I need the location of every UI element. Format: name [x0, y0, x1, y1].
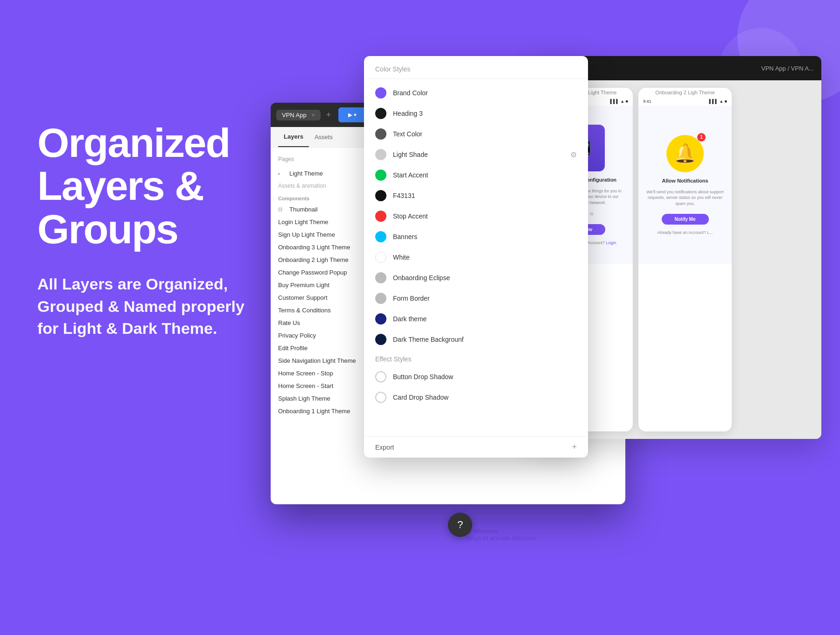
color-item-lightshade[interactable]: Light Shade ⚙: [364, 144, 588, 165]
layer-label: Thumbnail: [289, 206, 318, 213]
layer-label: Buy Premium Light: [278, 282, 329, 289]
layer-label: Onboarding 3 Light Theme: [278, 244, 350, 251]
stop-accent-label: Stop Accent: [393, 212, 577, 220]
help-icon: ?: [457, 519, 463, 531]
card-shadow-label: Card Drop Shadow: [393, 394, 577, 401]
form-border-label: Form Border: [393, 295, 577, 302]
export-section: Export +: [364, 436, 588, 458]
phone-card-2: Onboarding 2 Ligh Theme 9:41 ▌▌▌ ▲ ■ 🔔 1…: [638, 88, 732, 431]
arrow-dropdown: ▾: [354, 112, 357, 118]
layer-label: Assets & animation: [278, 183, 326, 189]
color-item-onboarding-eclipse[interactable]: Onbaording Eclipse: [364, 268, 588, 288]
brand-color-label: Brand Color: [393, 89, 577, 97]
tab-close-icon[interactable]: ✕: [311, 113, 315, 118]
dark-theme-dot: [375, 313, 386, 325]
onboarding-eclipse-dot: [375, 272, 386, 283]
time-display-2: 9:41: [643, 99, 651, 104]
tab-label: VPN App: [282, 112, 307, 119]
layer-label: Customer Support: [278, 294, 328, 301]
text-color-label: Text Color: [393, 130, 577, 138]
layer-label: Home Screen - Start: [278, 382, 334, 389]
tab-layers[interactable]: Layers: [278, 127, 309, 147]
layer-label: Light Theme: [289, 170, 323, 177]
f43131-dot: [375, 190, 386, 201]
layer-label: Splash Ligh Theme: [278, 395, 330, 402]
dark-bg-label: Dark Theme Backgrounf: [393, 336, 577, 343]
export-label: Export: [375, 444, 394, 451]
layer-label: Home Screen - Stop: [278, 370, 333, 377]
figma-tab-active[interactable]: VPN App ✕: [276, 110, 321, 120]
signal-icon-2: ▌▌▌ ▲ ■: [709, 99, 727, 104]
card2-button[interactable]: Notify Me: [662, 214, 709, 225]
card2-title: Allow Notifications: [662, 178, 708, 183]
color-item-white[interactable]: White: [364, 247, 588, 268]
banners-dot: [375, 231, 386, 242]
color-item-f43131[interactable]: F43131: [364, 185, 588, 206]
status-bar-2: 9:41 ▌▌▌ ▲ ■: [638, 97, 732, 106]
button-shadow-label: Button Drop Shadow: [393, 373, 577, 381]
watermark-line2: ttings to activate Windows: [467, 535, 537, 542]
ui-area: VPN App ✕ + ▶ ▾ ⊞ ▾ □ ▾ ⌧ ▾: [271, 56, 821, 570]
export-add-icon[interactable]: +: [572, 442, 577, 452]
banners-label: Banners: [393, 233, 577, 240]
layer-label: Login Light Theme: [278, 219, 328, 226]
arrow-tool[interactable]: ▶ ▾: [338, 107, 366, 122]
layer-label: Privacy Policy: [278, 332, 316, 339]
color-styles-title: Color Styles: [375, 65, 410, 73]
layer-label: Change Password Popup: [278, 269, 347, 276]
color-item-dark-bg[interactable]: Dark Theme Backgrounf: [364, 329, 588, 350]
layer-label: Side Navigation Light Theme: [278, 357, 356, 364]
effect-section-title: Effect Styles: [364, 350, 588, 367]
layer-label: Sign Up Light Theme: [278, 231, 335, 238]
watermark-line1: te Windows: [467, 528, 537, 535]
effect-item-button-shadow[interactable]: Button Drop Shadow: [364, 367, 588, 387]
color-panel-header: Color Styles: [364, 56, 588, 79]
bell-wrapper: 🔔 1: [666, 135, 704, 172]
button-shadow-icon: [375, 371, 386, 382]
heading-color-label: Heading 3: [393, 110, 577, 117]
stop-accent-dot: [375, 211, 386, 222]
color-list: Brand Color Heading 3 Text Color Light S…: [364, 79, 588, 443]
filter-icon[interactable]: ⚙: [570, 150, 577, 159]
signal-icon: ▌▌▌ ▲ ■: [610, 99, 628, 104]
color-item-banners[interactable]: Banners: [364, 226, 588, 247]
color-item-stop-accent[interactable]: Stop Accent: [364, 206, 588, 226]
layer-label: Terms & Conditions: [278, 307, 331, 314]
lightshade-color-label: Light Shade: [393, 151, 564, 158]
breadcrumb: VPN App / VPN A...: [761, 65, 814, 72]
tab-assets[interactable]: Assets: [309, 127, 338, 147]
start-accent-dot: [375, 169, 386, 181]
arrow-icon: ▶: [348, 112, 352, 118]
lightshade-color-dot: [375, 149, 386, 160]
dot-indicator-2: [590, 212, 594, 216]
color-item-heading[interactable]: Heading 3: [364, 103, 588, 124]
color-panel: Color Styles Brand Color Heading 3 Text …: [364, 56, 588, 458]
card2-label: Onboarding 2 Ligh Theme: [638, 88, 732, 97]
layer-label: Onboarding 2 Ligh Theme: [278, 256, 349, 263]
start-accent-label: Start Accent: [393, 171, 577, 179]
onboarding-eclipse-label: Onbaording Eclipse: [393, 274, 577, 282]
f43131-label: F43131: [393, 192, 577, 199]
notification-badge: 1: [697, 133, 706, 141]
color-item-dark-theme[interactable]: Dark theme: [364, 309, 588, 329]
white-dot: [375, 252, 386, 263]
card2-text: We'll send you notifications about suppo…: [646, 189, 724, 207]
layer-label: Rate Us: [278, 319, 300, 326]
card2-link: Already have an Account? L...: [657, 230, 713, 235]
layer-icon: ▪: [278, 171, 286, 176]
color-item-start-accent[interactable]: Start Accent: [364, 165, 588, 185]
brand-color-dot: [375, 87, 386, 99]
help-button[interactable]: ?: [448, 513, 472, 537]
color-item-brand[interactable]: Brand Color: [364, 83, 588, 103]
white-label: White: [393, 254, 577, 261]
add-tab-button[interactable]: +: [326, 110, 331, 120]
color-item-form-border[interactable]: Form Border: [364, 288, 588, 309]
login-link[interactable]: Login: [606, 240, 616, 245]
effect-item-card-shadow[interactable]: Card Drop Shadow: [364, 387, 588, 408]
thumbnail-icon: ⊡: [278, 206, 286, 212]
windows-watermark: te Windows ttings to activate Windows: [467, 528, 537, 542]
dark-bg-dot: [375, 334, 386, 345]
heading-color-dot: [375, 108, 386, 119]
phone-screen-2: 🔔 1 Allow Notifications We'll send you n…: [638, 106, 732, 264]
color-item-text[interactable]: Text Color: [364, 124, 588, 144]
